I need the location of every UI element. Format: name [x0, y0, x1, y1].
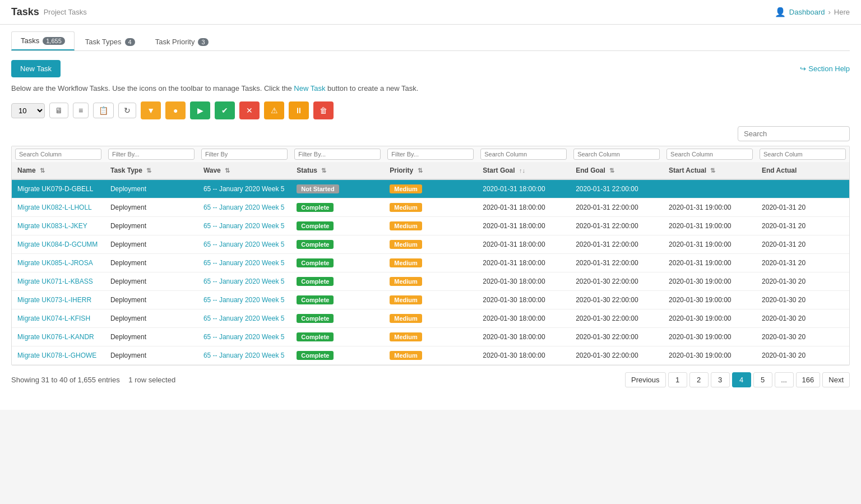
tab-task-types[interactable]: Task Types 4 [76, 33, 145, 50]
table-row[interactable]: Migrate UK073-L-IHERR Deployment 65 -- J… [12, 291, 849, 309]
wave-link[interactable]: 65 -- January 2020 Week 5 [203, 259, 285, 267]
col-header-end-actual[interactable]: End Actual [756, 162, 849, 179]
status-badge: Not Started [297, 184, 339, 193]
play-icon: ▶ [197, 106, 203, 115]
table-row[interactable]: Migrate UK085-L-JROSA Deployment 65 -- J… [12, 254, 849, 272]
task-name-link[interactable]: Migrate UK085-L-JROSA [17, 259, 93, 267]
search-input[interactable] [738, 126, 850, 141]
task-name-link[interactable]: Migrate UK074-L-KFISH [17, 315, 90, 322]
wave-link[interactable]: 65 -- January 2020 Week 5 [203, 278, 285, 285]
col-header-end-goal[interactable]: End Goal ⇅ [570, 162, 663, 179]
col-header-task-type[interactable]: Task Type ⇅ [105, 162, 198, 179]
start-button[interactable]: ▶ [190, 101, 210, 119]
table-row[interactable]: Migrate UK074-L-KFISH Deployment 65 -- J… [12, 309, 849, 328]
cell-name: Migrate UK085-L-JROSA [12, 254, 105, 272]
filter-button[interactable]: ▼ [141, 101, 161, 119]
col-header-wave[interactable]: Wave ⇅ [198, 162, 291, 179]
task-name-link[interactable]: Migrate UK082-L-LHOLL [17, 204, 92, 211]
table-row[interactable]: Migrate UK083-L-JKEY Deployment 65 -- Ja… [12, 217, 849, 235]
filter-wave[interactable] [201, 149, 288, 160]
mark-button[interactable]: ● [165, 101, 186, 119]
page-btn-2[interactable]: 2 [689, 372, 709, 387]
wave-link[interactable]: 65 -- January 2020 Week 5 [203, 241, 285, 248]
export-icon-button[interactable]: 📋 [93, 103, 114, 118]
new-task-button[interactable]: New Task [11, 60, 61, 77]
wave-link[interactable]: 65 -- January 2020 Week 5 [203, 333, 285, 341]
wave-link[interactable]: 65 -- January 2020 Week 5 [203, 204, 285, 211]
filter-start-goal[interactable] [480, 149, 567, 160]
status-badge: Complete [297, 332, 334, 341]
list-icon-button[interactable]: ≡ [73, 103, 89, 118]
warning-button[interactable]: ⚠ [264, 101, 284, 119]
pagination-controls: Previous12345...166Next [625, 372, 850, 387]
pause-button[interactable]: ⏸ [289, 101, 309, 119]
filter-name[interactable] [15, 149, 101, 160]
task-name-link[interactable]: Migrate UK084-D-GCUMM [17, 241, 98, 248]
task-name-link[interactable]: Migrate UK071-L-KBASS [17, 278, 93, 285]
cancel-button[interactable]: ✕ [239, 101, 260, 119]
cell-end-goal: 2020-01-31 22:00:00 [570, 235, 663, 254]
col-header-name[interactable]: Name ⇅ [12, 162, 105, 179]
page-size-select[interactable]: 10 25 50 100 [11, 103, 45, 118]
filter-status[interactable] [294, 149, 381, 160]
showing-text: Showing 31 to 40 of 1,655 entries [11, 376, 120, 384]
filter-task-type[interactable] [108, 149, 195, 160]
col-header-start-actual[interactable]: Start Actual ⇅ [663, 162, 756, 179]
task-name-link[interactable]: Migrate UK073-L-IHERR [17, 296, 91, 304]
page-btn-4[interactable]: 4 [732, 372, 751, 387]
complete-button[interactable]: ✔ [215, 101, 235, 119]
page-title: Tasks [11, 6, 39, 18]
wave-link[interactable]: 65 -- January 2020 Week 5 [203, 185, 285, 193]
breadcrumb-current: Here [834, 8, 850, 16]
table-row[interactable]: Migrate UK084-D-GCUMM Deployment 65 -- J… [12, 235, 849, 254]
status-badge: Complete [297, 351, 334, 360]
page-btn-3[interactable]: 3 [711, 372, 730, 387]
col-header-priority[interactable]: Priority ⇅ [384, 162, 477, 179]
filter-icon: ▼ [147, 106, 155, 115]
cell-priority: Medium [384, 179, 477, 198]
page-btn-1[interactable]: 1 [668, 372, 687, 387]
refresh-icon-button[interactable]: ↻ [118, 103, 136, 118]
dashboard-link[interactable]: Dashboard [789, 8, 825, 16]
filter-start-actual[interactable] [666, 149, 753, 160]
delete-icon: 🗑 [320, 106, 327, 115]
task-name-link[interactable]: Migrate UK076-L-KANDR [17, 333, 94, 341]
sort-icon-start-goal: ↑↓ [519, 167, 525, 174]
wave-link[interactable]: 65 -- January 2020 Week 5 [203, 352, 285, 359]
cell-status: Complete [291, 328, 384, 346]
delete-button[interactable]: 🗑 [313, 101, 334, 119]
prev-page-btn[interactable]: Previous [625, 372, 666, 387]
cell-end-actual: 2020-01-30 20 [756, 291, 849, 309]
next-page-btn[interactable]: Next [822, 372, 850, 387]
table-row[interactable]: Migrate UK076-L-KANDR Deployment 65 -- J… [12, 328, 849, 346]
display-icon: 🖥 [55, 106, 63, 115]
cancel-icon: ✕ [246, 106, 253, 115]
wave-link[interactable]: 65 -- January 2020 Week 5 [203, 315, 285, 322]
task-name-link[interactable]: Migrate UK083-L-JKEY [17, 222, 87, 230]
table-row[interactable]: Migrate UK078-L-GHOWE Deployment 65 -- J… [12, 346, 849, 365]
page-btn-5[interactable]: 5 [753, 372, 772, 387]
table-row[interactable]: Migrate UK079-D-GBELL Deployment 65 -- J… [12, 179, 849, 198]
cell-name: Migrate UK078-L-GHOWE [12, 346, 105, 365]
tab-task-priority[interactable]: Task Priority 3 [146, 33, 218, 50]
display-icon-button[interactable]: 🖥 [49, 103, 68, 118]
tab-tasks[interactable]: Tasks 1,655 [11, 31, 75, 50]
table-row[interactable]: Migrate UK071-L-KBASS Deployment 65 -- J… [12, 272, 849, 291]
page-btn-166[interactable]: 166 [796, 372, 821, 387]
wave-link[interactable]: 65 -- January 2020 Week 5 [203, 222, 285, 230]
info-new-task-link[interactable]: New Task [294, 84, 325, 93]
filter-end-goal[interactable] [573, 149, 660, 160]
page-btn-...[interactable]: ... [775, 372, 794, 387]
col-header-start-goal[interactable]: Start Goal ↑↓ [477, 162, 570, 179]
section-help-link[interactable]: ↪ Section Help [800, 64, 850, 73]
cell-wave: 65 -- January 2020 Week 5 [198, 328, 291, 346]
table-row[interactable]: Migrate UK082-L-LHOLL Deployment 65 -- J… [12, 198, 849, 217]
task-name-link[interactable]: Migrate UK078-L-GHOWE [17, 352, 96, 359]
task-name-link[interactable]: Migrate UK079-D-GBELL [17, 185, 93, 193]
filter-priority[interactable] [387, 149, 474, 160]
cell-priority: Medium [384, 235, 477, 254]
col-header-status[interactable]: Status ⇅ [291, 162, 384, 179]
wave-link[interactable]: 65 -- January 2020 Week 5 [203, 296, 285, 304]
filter-end-actual[interactable] [760, 149, 846, 160]
cell-start-goal: 2020-01-30 18:00:00 [477, 328, 570, 346]
